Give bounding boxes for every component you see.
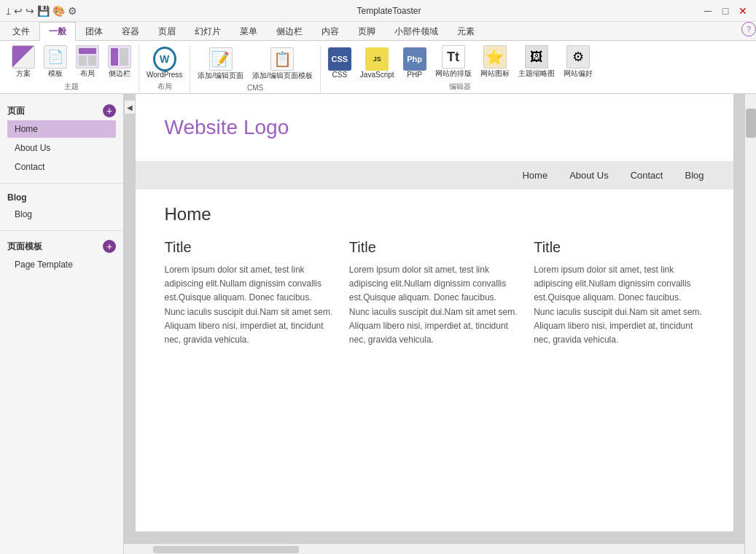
- app-title: TemplateToaster: [77, 6, 701, 16]
- theme-group-label: 主题: [64, 82, 79, 93]
- ribbon-group-editor: CSS CSS JS JavaScript Php PHP: [322, 44, 600, 93]
- theme-icon[interactable]: 🎨: [52, 5, 65, 17]
- preview-columns: Title Lorem ipsum dolor sit amet, test l…: [165, 239, 704, 347]
- templates-label: 页面模板: [7, 241, 42, 253]
- wordpress-button[interactable]: W WordPress: [144, 46, 185, 80]
- tab-general[interactable]: 一般: [39, 22, 76, 41]
- tab-sidebar[interactable]: 侧边栏: [267, 22, 312, 41]
- preview-page-title: Home: [165, 204, 704, 225]
- tab-content[interactable]: 内容: [312, 22, 348, 41]
- sidebar-button[interactable]: 侧边栏: [105, 44, 134, 80]
- sidebar-collapse-btn[interactable]: ◀: [124, 100, 136, 114]
- title-bar-left: Ʇ ↩ ↪ 💾 🎨 ⚙: [6, 5, 77, 17]
- save-icon[interactable]: 💾: [37, 5, 50, 17]
- tab-group[interactable]: 团体: [76, 22, 112, 41]
- wordpress-label: WordPress: [147, 71, 182, 79]
- scheme-icon: [12, 45, 35, 69]
- main-layout: 页面 + Home About Us Contact Blog Blog: [0, 94, 756, 554]
- layout-button[interactable]: 布局: [73, 44, 102, 80]
- help-button[interactable]: ?: [741, 22, 756, 36]
- horizontal-scrollbar[interactable]: [124, 543, 744, 554]
- add-page-button[interactable]: 📝 添加/编辑页面: [195, 46, 246, 82]
- tab-element[interactable]: 元素: [448, 22, 484, 41]
- canvas-container: Website Logo Home About Us Contact Blog …: [124, 94, 744, 554]
- vertical-scrollbar[interactable]: [744, 94, 756, 554]
- preview-col-2: Title Lorem ipsum dolor sit amet, test l…: [349, 239, 519, 347]
- preview-area: Website Logo Home About Us Contact Blog …: [136, 94, 733, 362]
- wordpress-icon: W: [153, 47, 176, 71]
- css-icon: CSS: [328, 47, 351, 71]
- layout-label: 布局: [80, 69, 95, 79]
- sidebar-icon: [108, 45, 131, 69]
- app-logo-icon: ⚙: [68, 5, 77, 17]
- javascript-button[interactable]: JS JavaScript: [357, 46, 397, 80]
- add-page-label: 添加/编辑页面: [198, 71, 243, 81]
- nav-about[interactable]: About Us: [569, 170, 608, 181]
- col3-title: Title: [534, 239, 704, 256]
- canvas-page: Website Logo Home About Us Contact Blog …: [136, 94, 733, 531]
- close-button[interactable]: ✕: [736, 4, 750, 18]
- nav-blog[interactable]: Blog: [685, 170, 704, 181]
- maximize-button[interactable]: □: [718, 4, 733, 18]
- tab-widget[interactable]: 小部件领域: [385, 22, 448, 41]
- sidebar-icon-label: 侧边栏: [109, 69, 130, 79]
- window-controls: ─ □ ✕: [701, 4, 750, 18]
- sidebar-item-blog[interactable]: Blog: [7, 206, 116, 223]
- thumbnail-button[interactable]: 🖼 主题缩略图: [515, 44, 558, 80]
- sidebar-divider-1: [0, 183, 123, 184]
- thumbnail-label: 主题缩略图: [518, 69, 555, 79]
- tab-container[interactable]: 容器: [112, 22, 149, 41]
- templates-section-header: 页面模板 +: [7, 240, 116, 253]
- preview-logo: Website Logo: [165, 116, 289, 139]
- blog-section: Blog Blog: [0, 188, 123, 226]
- col3-text: Lorem ipsum dolor sit amet, test link ad…: [534, 263, 704, 347]
- redo-icon[interactable]: ↪: [26, 5, 34, 17]
- title-bar-toolbar: Ʇ ↩ ↪ 💾 🎨 ⚙: [6, 5, 77, 17]
- canvas-scroll-area[interactable]: Website Logo Home About Us Contact Blog …: [124, 94, 744, 543]
- add-template-btn[interactable]: +: [103, 240, 116, 253]
- col2-title: Title: [349, 239, 519, 256]
- template-icon: 📄: [44, 45, 67, 69]
- thumbnail-icon: 🖼: [525, 45, 548, 69]
- tab-slider[interactable]: 幻灯片: [185, 22, 230, 41]
- minimize-button[interactable]: ─: [701, 4, 715, 18]
- pages-label: 页面: [7, 105, 25, 117]
- sidebar-divider-2: [0, 230, 123, 231]
- add-page-btn[interactable]: +: [103, 104, 116, 117]
- php-label: PHP: [407, 71, 422, 79]
- nav-home[interactable]: Home: [522, 170, 547, 181]
- format-icon: Ʇ: [6, 5, 11, 17]
- typography-icon: Tt: [442, 45, 465, 69]
- add-template-icon: 📋: [270, 47, 294, 71]
- site-icon-button[interactable]: ⭐ 网站图标: [478, 44, 513, 80]
- php-button[interactable]: Php PHP: [400, 46, 429, 80]
- sidebar-item-home[interactable]: Home: [7, 120, 116, 138]
- nav-contact[interactable]: Contact: [631, 170, 663, 181]
- cms-items: 📝 添加/编辑页面 📋 添加/编辑页面模板: [195, 46, 316, 82]
- sidebar-item-page-template[interactable]: Page Template: [7, 256, 116, 273]
- typography-label: 网站的排版: [435, 69, 472, 79]
- add-template-button[interactable]: 📋 添加/编辑页面模板: [249, 46, 316, 82]
- tab-file[interactable]: 文件: [3, 22, 39, 41]
- typography-button[interactable]: Tt 网站的排版: [432, 44, 475, 80]
- sidebar: 页面 + Home About Us Contact Blog Blog: [0, 94, 124, 554]
- preview-col-1: Title Lorem ipsum dolor sit amet, test l…: [165, 239, 335, 347]
- sidebar-item-about[interactable]: About Us: [7, 139, 116, 157]
- scheme-button[interactable]: 方案: [9, 44, 38, 80]
- add-page-icon: 📝: [209, 47, 233, 71]
- template-button[interactable]: 📄 模板: [41, 44, 70, 80]
- tab-footer[interactable]: 页脚: [348, 22, 385, 41]
- templates-section: 页面模板 + Page Template: [0, 235, 123, 276]
- preview-header: Website Logo: [136, 94, 733, 161]
- col2-text: Lorem ipsum dolor sit amet, test link ad…: [349, 263, 519, 347]
- preferences-button[interactable]: ⚙ 网站偏好: [561, 44, 596, 80]
- layout-icon: [76, 45, 99, 69]
- site-icon-label: 网站图标: [480, 69, 510, 79]
- css-button[interactable]: CSS CSS: [325, 46, 354, 80]
- javascript-label: JavaScript: [360, 71, 394, 79]
- sidebar-item-contact[interactable]: Contact: [7, 158, 116, 176]
- preview-col-3: Title Lorem ipsum dolor sit amet, test l…: [534, 239, 704, 347]
- tab-header[interactable]: 页眉: [149, 22, 185, 41]
- tab-menu[interactable]: 菜单: [230, 22, 267, 41]
- undo-icon[interactable]: ↩: [14, 5, 23, 17]
